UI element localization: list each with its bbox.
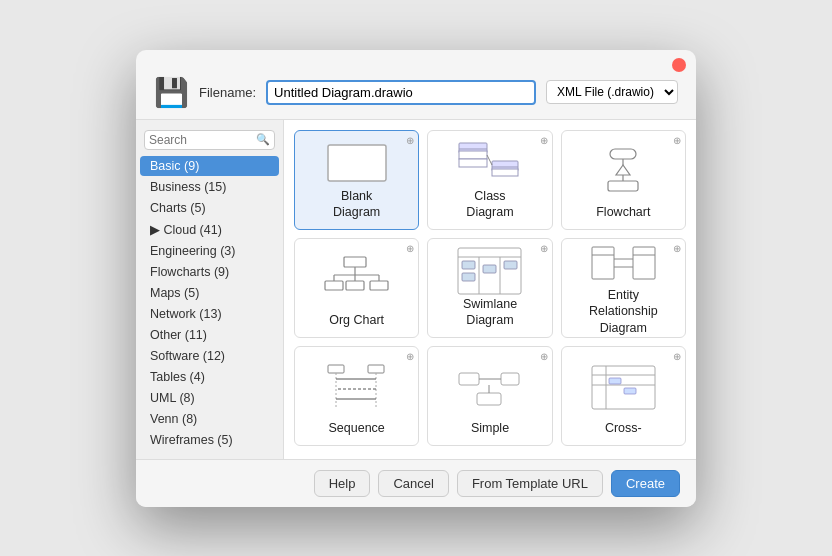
help-button[interactable]: Help: [314, 470, 371, 497]
svg-rect-3: [459, 151, 487, 159]
zoom-icon-simple: ⊕: [540, 351, 548, 362]
svg-rect-0: [328, 145, 386, 181]
template-sequence-label: Sequence: [329, 420, 385, 436]
zoom-icon-sequence: ⊕: [406, 351, 414, 362]
sidebar-item-flowcharts[interactable]: Flowcharts (9): [140, 262, 279, 282]
template-simple[interactable]: ⊕ Simple: [427, 346, 552, 446]
sidebar-item-engineering[interactable]: Engineering (3): [140, 241, 279, 261]
sidebar-item-network[interactable]: Network (13): [140, 304, 279, 324]
template-flowchart-label: Flowchart: [596, 204, 650, 220]
search-box[interactable]: 🔍: [144, 130, 275, 150]
template-blank[interactable]: ⊕ BlankDiagram: [294, 130, 419, 230]
template-orgchart[interactable]: ⊕ Org Chart: [294, 238, 419, 338]
filename-label: Filename:: [199, 85, 256, 100]
svg-rect-53: [609, 378, 621, 384]
svg-rect-13: [608, 181, 638, 191]
sidebar-item-software[interactable]: Software (12): [140, 346, 279, 366]
svg-rect-45: [501, 373, 519, 385]
close-button[interactable]: ×: [672, 58, 686, 72]
template-blank-preview: [303, 139, 410, 189]
sidebar-item-other[interactable]: Other (11): [140, 325, 279, 345]
template-erd-label: EntityRelationshipDiagram: [589, 287, 658, 336]
template-orgchart-preview: [303, 247, 410, 313]
svg-marker-11: [616, 165, 630, 175]
sidebar-item-tables[interactable]: Tables (4): [140, 367, 279, 387]
titlebar: ×: [136, 50, 696, 76]
template-swimlane[interactable]: ⊕ SwimlaneDiagram: [427, 238, 552, 338]
svg-rect-9: [610, 149, 636, 159]
svg-rect-4: [459, 159, 487, 167]
create-button[interactable]: Create: [611, 470, 680, 497]
svg-rect-37: [328, 365, 344, 373]
svg-rect-31: [592, 247, 614, 279]
svg-rect-33: [633, 247, 655, 279]
zoom-icon-flowchart: ⊕: [673, 135, 681, 146]
templates-grid: ⊕ BlankDiagram ⊕: [284, 120, 696, 459]
svg-rect-47: [477, 393, 501, 405]
template-simple-preview: [436, 355, 543, 421]
zoom-icon-swimlane: ⊕: [540, 243, 548, 254]
template-blank-label: BlankDiagram: [333, 188, 380, 221]
template-cross[interactable]: ⊕ Cross-: [561, 346, 686, 446]
zoom-icon: ⊕: [406, 135, 414, 146]
cancel-button[interactable]: Cancel: [378, 470, 448, 497]
svg-rect-29: [483, 265, 496, 273]
sidebar-item-wireframes[interactable]: Wireframes (5): [140, 430, 279, 450]
sidebar-item-venn[interactable]: Venn (8): [140, 409, 279, 429]
new-diagram-dialog: × 💾 Filename: XML File (.drawio) PNG SVG…: [136, 50, 696, 507]
sidebar-item-uml[interactable]: UML (8): [140, 388, 279, 408]
svg-rect-14: [344, 257, 366, 267]
dialog-body: 🔍 Basic (9)Business (15)Charts (5)▶ Clou…: [136, 119, 696, 459]
svg-rect-27: [462, 261, 475, 269]
template-simple-label: Simple: [471, 420, 509, 436]
sidebar-item-business[interactable]: Business (15): [140, 177, 279, 197]
template-orgchart-label: Org Chart: [329, 312, 384, 328]
template-sequence-preview: [303, 355, 410, 421]
svg-rect-38: [368, 365, 384, 373]
sidebar-item-charts[interactable]: Charts (5): [140, 198, 279, 218]
zoom-icon-cross: ⊕: [673, 351, 681, 362]
template-class-label: ClassDiagram: [466, 188, 513, 221]
sidebar-item-basic[interactable]: Basic (9): [140, 156, 279, 176]
svg-rect-30: [504, 261, 517, 269]
template-sequence[interactable]: ⊕ Sequence: [294, 346, 419, 446]
template-cross-label: Cross-: [605, 420, 642, 436]
template-class[interactable]: ⊕ ClassDiagram: [427, 130, 552, 230]
template-swimlane-preview: [436, 247, 543, 297]
sidebar-item-maps[interactable]: Maps (5): [140, 283, 279, 303]
sidebar: 🔍 Basic (9)Business (15)Charts (5)▶ Clou…: [136, 120, 284, 459]
search-icon: 🔍: [256, 133, 270, 146]
template-class-preview: [436, 139, 543, 189]
svg-rect-44: [459, 373, 479, 385]
template-cross-preview: [570, 355, 677, 421]
svg-rect-20: [325, 281, 343, 290]
svg-rect-49: [592, 366, 655, 409]
search-input[interactable]: [149, 133, 256, 147]
zoom-icon-class: ⊕: [540, 135, 548, 146]
filetype-select[interactable]: XML File (.drawio) PNG SVG: [546, 80, 678, 104]
svg-rect-54: [624, 388, 636, 394]
template-erd[interactable]: ⊕ EntityRelationshipDiagram: [561, 238, 686, 338]
disk-icon: 💾: [154, 76, 189, 109]
template-flowchart[interactable]: ⊕ Flowchart: [561, 130, 686, 230]
template-flowchart-preview: [570, 139, 677, 205]
svg-rect-7: [492, 169, 518, 176]
svg-rect-28: [462, 273, 475, 281]
dialog-header: 💾 Filename: XML File (.drawio) PNG SVG: [136, 76, 696, 119]
template-erd-preview: [570, 239, 677, 287]
template-swimlane-label: SwimlaneDiagram: [463, 296, 517, 329]
dialog-footer: Help Cancel From Template URL Create: [136, 459, 696, 507]
zoom-icon-erd: ⊕: [673, 243, 681, 254]
from-template-url-button[interactable]: From Template URL: [457, 470, 603, 497]
zoom-icon-org: ⊕: [406, 243, 414, 254]
filename-input[interactable]: [266, 80, 536, 105]
svg-rect-22: [370, 281, 388, 290]
sidebar-item-cloud[interactable]: ▶ Cloud (41): [140, 219, 279, 240]
svg-rect-21: [346, 281, 364, 290]
svg-line-8: [487, 155, 492, 165]
